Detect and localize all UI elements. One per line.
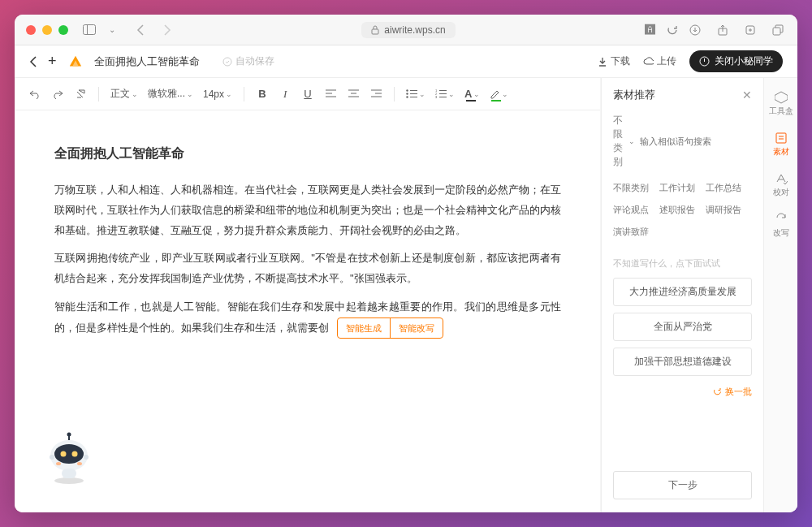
material-panel: 素材推荐 ✕ 不限类别⌄ 不限类别 工作计划 工作总结 评论观点 述职报告 调研… (601, 78, 763, 512)
format-clear-button[interactable] (71, 84, 90, 104)
svg-point-25 (67, 433, 71, 437)
svg-point-7 (223, 58, 231, 66)
document-page[interactable]: 全面拥抱人工智能革命 万物互联，人和人相连、人和机器相连。在当代社会，互联网更是… (15, 110, 600, 512)
svg-point-22 (50, 455, 54, 460)
reload-icon[interactable] (664, 22, 680, 38)
address-bar[interactable]: aiwrite.wps.cn (361, 22, 455, 38)
new-doc-icon[interactable]: + (48, 53, 57, 70)
svg-point-17 (54, 477, 84, 484)
undo-button[interactable] (25, 84, 45, 104)
app-bar: + 全面拥抱人工智能革命 自动保存 下载 上传 关闭小秘同学 (15, 45, 797, 78)
paragraph: 智能生活和工作，也就是人工智能。智能在我们生存和发展中起着越来越重要的作用。我们… (54, 297, 561, 339)
svg-point-20 (61, 451, 67, 457)
wps-logo-icon (68, 54, 83, 69)
bold-button[interactable]: B (253, 84, 272, 104)
align-right-button[interactable] (366, 84, 386, 104)
svg-point-27 (56, 462, 61, 465)
category-item[interactable]: 调研报告 (706, 199, 752, 221)
app-back-icon[interactable] (29, 56, 37, 67)
smart-actions: 智能生成 智能改写 (337, 317, 443, 339)
svg-rect-16 (776, 133, 786, 143)
category-item[interactable]: 工作计划 (659, 177, 706, 199)
assistant-avatar[interactable] (41, 430, 97, 486)
paragraph: 互联网拥抱传统产业，即产业互联网或者行业互联网。"不管是在技术创新上还是制度创新… (54, 248, 561, 288)
italic-button[interactable]: I (275, 84, 295, 104)
suggestion-item[interactable]: 加强干部思想道德建设 (613, 348, 752, 376)
svg-rect-6 (773, 28, 780, 35)
font-color-button[interactable]: A⌄ (461, 84, 483, 104)
smart-rewrite-button[interactable]: 智能改写 (391, 318, 443, 339)
browser-titlebar: ⌄ aiwrite.wps.cn 🅰 (15, 15, 797, 45)
category-item[interactable]: 评论观点 (613, 199, 659, 221)
material-search-input[interactable] (640, 136, 752, 146)
translate-icon[interactable]: 🅰 (641, 22, 658, 38)
right-rail: 工具盒 素材 校对 改写 (763, 78, 797, 512)
tabs-icon[interactable] (770, 22, 786, 38)
new-tab-icon[interactable] (742, 22, 758, 38)
font-family-select[interactable]: 微软雅...⌄ (145, 84, 197, 104)
close-assistant-button[interactable]: 关闭小秘同学 (689, 50, 783, 72)
category-item[interactable]: 述职报告 (659, 199, 706, 221)
nav-back-icon[interactable] (132, 22, 148, 38)
rail-proofread[interactable]: 校对 (766, 167, 797, 203)
autosave-status: 自动保存 (222, 54, 274, 68)
align-center-button[interactable] (343, 84, 363, 104)
suggestion-item[interactable]: 大力推进经济高质量发展 (613, 278, 752, 306)
svg-point-12 (406, 96, 408, 97)
svg-point-23 (84, 455, 89, 460)
refresh-suggestions-button[interactable]: 换一批 (613, 386, 752, 398)
nav-forward-icon[interactable] (159, 22, 175, 38)
rail-material[interactable]: 素材 (766, 127, 797, 162)
svg-point-19 (54, 444, 84, 464)
align-left-button[interactable] (321, 84, 340, 104)
svg-rect-26 (62, 469, 76, 478)
url-text: aiwrite.wps.cn (384, 24, 445, 36)
close-panel-icon[interactable]: ✕ (742, 89, 752, 102)
font-size-select[interactable]: 14px⌄ (200, 84, 235, 104)
number-list-button[interactable]: 123⌄ (432, 84, 458, 104)
document-heading: 全面拥抱人工智能革命 (54, 141, 561, 166)
document-title[interactable]: 全面拥抱人工智能革命 (94, 54, 200, 69)
download-icon[interactable] (687, 22, 703, 38)
bullet-list-button[interactable]: ⌄ (403, 84, 429, 104)
svg-point-10 (406, 89, 408, 91)
paragraph: 万物互联，人和人相连、人和机器相连。在当代社会，互联网更是人类社会发展到一定阶段… (54, 180, 561, 240)
category-item[interactable]: 工作总结 (706, 177, 752, 199)
paragraph-style-select[interactable]: 正文⌄ (107, 84, 141, 104)
svg-rect-2 (372, 29, 378, 34)
editor-toolbar: 正文⌄ 微软雅...⌄ 14px⌄ B I U ⌄ 123⌄ A⌄ ⌄ (15, 78, 600, 110)
window-close[interactable] (26, 25, 36, 35)
category-select[interactable]: 不限类别⌄ (613, 114, 635, 169)
panel-title: 素材推荐 (613, 88, 655, 102)
hint-text: 不知道写什么，点下面试试 (613, 257, 752, 270)
rail-rewrite[interactable]: 改写 (766, 208, 797, 244)
category-grid: 不限类别 工作计划 工作总结 评论观点 述职报告 调研报告 演讲致辞 (613, 177, 752, 243)
download-button[interactable]: 下载 (598, 54, 630, 68)
category-item[interactable]: 演讲致辞 (613, 221, 659, 243)
sidebar-toggle-icon[interactable] (81, 22, 97, 38)
lock-icon (371, 25, 379, 35)
svg-text:3: 3 (435, 95, 438, 98)
highlight-color-button[interactable]: ⌄ (486, 84, 512, 104)
underline-button[interactable]: U (298, 84, 317, 104)
upload-button[interactable]: 上传 (643, 54, 676, 68)
rail-toolbox[interactable]: 工具盒 (766, 86, 797, 122)
svg-rect-0 (84, 25, 96, 35)
window-minimize[interactable] (42, 25, 52, 35)
window-maximize[interactable] (58, 25, 68, 35)
share-icon[interactable] (715, 22, 731, 38)
svg-point-28 (77, 462, 82, 465)
suggestion-item[interactable]: 全面从严治党 (613, 313, 752, 341)
redo-button[interactable] (48, 84, 67, 104)
smart-generate-button[interactable]: 智能生成 (338, 318, 391, 339)
svg-point-11 (406, 93, 408, 94)
chevron-down-icon[interactable]: ⌄ (104, 22, 120, 38)
next-step-button[interactable]: 下一步 (613, 471, 752, 499)
svg-point-21 (72, 451, 78, 457)
category-item[interactable]: 不限类别 (613, 177, 659, 199)
